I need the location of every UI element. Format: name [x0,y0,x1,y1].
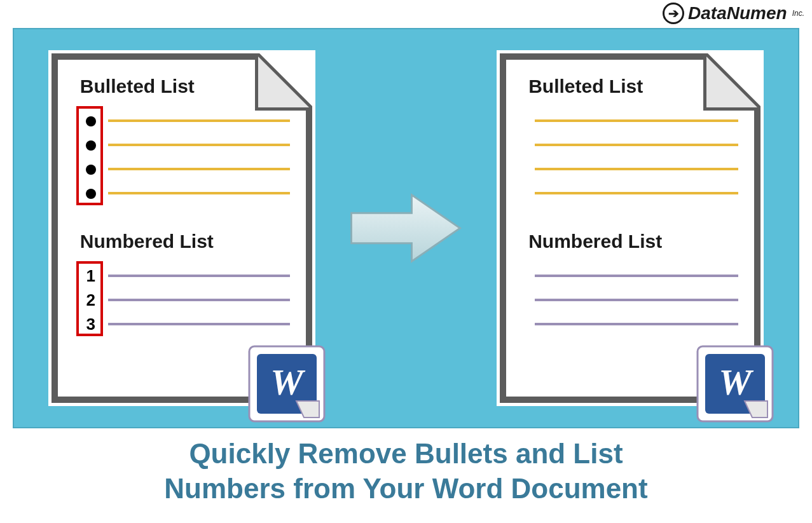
text-placeholder-line [535,144,738,146]
text-placeholder-line [108,144,290,146]
caption: Quickly Remove Bullets and List Numbers … [0,436,812,506]
bullet-icon [80,184,102,203]
bullet-icon [80,135,102,155]
list-number: 3 [80,315,102,334]
text-placeholder-line [108,192,290,194]
bullet-icon [80,111,102,131]
list-item: 1 [80,264,290,288]
bulleted-list-title: Bulleted List [80,76,290,97]
text-placeholder-line [108,119,290,122]
text-placeholder-line [108,168,290,170]
text-placeholder-line [108,299,290,301]
list-item [528,157,738,181]
list-item [528,312,738,336]
list-number: 1 [80,266,102,286]
list-item [80,133,290,157]
text-placeholder-line [535,275,738,277]
bulleted-list-block: Bulleted List [80,76,290,205]
list-item [80,109,290,133]
caption-line-1: Quickly Remove Bullets and List [25,436,787,471]
text-placeholder-line [108,275,290,277]
svg-text:W: W [719,362,754,403]
text-placeholder-line [535,323,738,325]
word-app-icon: W [694,343,776,425]
bullet-icon [80,160,102,179]
caption-line-2: Numbers from Your Word Document [25,471,787,506]
brand-suffix: Inc. [792,9,804,18]
list-item [528,133,738,157]
word-app-icon: W [245,343,328,425]
list-number: 2 [80,290,102,310]
list-item [528,181,738,205]
text-placeholder-line [108,323,290,325]
brand-logo: ➔ DataNumen Inc. [663,3,804,24]
text-placeholder-line [535,168,738,170]
brand-name: DataNumen [688,3,787,24]
brand-logo-icon: ➔ [663,3,684,24]
bulleted-list-title: Bulleted List [528,76,738,97]
list-item [528,109,738,133]
arrow-icon [345,184,466,273]
after-document: Bulleted List Numbered List W [497,50,764,406]
svg-text:W: W [270,362,305,403]
list-item: 2 [80,288,290,312]
diagram-panel: Bulleted List Numbered List 1 [13,28,799,428]
text-placeholder-line [535,299,738,301]
numbered-list-block: Numbered List 1 2 3 [80,231,290,336]
text-placeholder-line [535,119,738,122]
list-item: 3 [80,312,290,336]
text-placeholder-line [535,192,738,194]
numbered-list-title: Numbered List [80,231,290,252]
before-document: Bulleted List Numbered List 1 [48,50,315,406]
list-item [528,288,738,312]
list-item [528,264,738,288]
bulleted-list-block: Bulleted List [528,76,738,205]
numbered-list-block: Numbered List [528,231,738,336]
list-item [80,181,290,205]
list-item [80,157,290,181]
numbered-list-title: Numbered List [528,231,738,252]
